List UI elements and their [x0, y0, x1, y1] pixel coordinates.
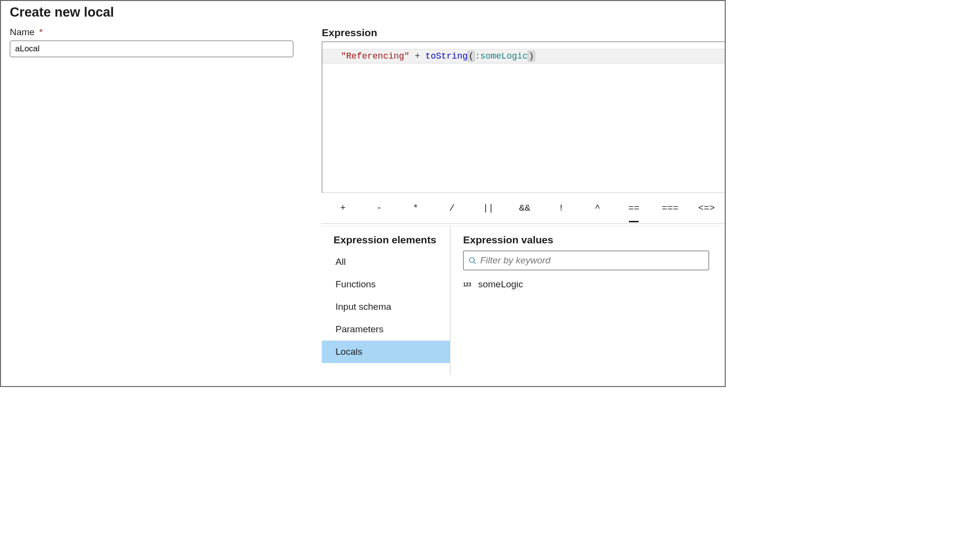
svg-point-0 [469, 258, 474, 262]
svg-line-1 [474, 262, 476, 264]
expression-code-line[interactable]: "Referencing" + toString(:someLogic) [322, 49, 725, 64]
operator-or[interactable]: || [470, 203, 506, 214]
operator-not[interactable]: ! [543, 203, 579, 214]
operator-divide[interactable]: / [434, 203, 470, 214]
value-item-label: someLogic [478, 279, 523, 290]
operator-strict-eq[interactable]: === [652, 203, 688, 214]
expression-elements-title: Expression elements [322, 226, 450, 251]
operator-multiply[interactable]: * [398, 203, 434, 214]
expression-label: Expression [322, 27, 725, 42]
operator-plus[interactable]: + [325, 203, 361, 214]
name-label: Name * [10, 27, 312, 41]
operator-eq[interactable]: == [616, 203, 652, 214]
elements-item-locals[interactable]: Locals [322, 341, 450, 363]
token-string: "Referencing" [341, 51, 409, 61]
type-badge-number-icon: 123 [463, 282, 471, 287]
token-rparen: ) [528, 51, 535, 62]
required-indicator: * [37, 27, 43, 37]
token-plus: + [409, 51, 425, 61]
elements-item-all[interactable]: All [322, 251, 450, 273]
operator-xor[interactable]: ^ [579, 203, 616, 214]
expression-values-title: Expression values [450, 226, 709, 251]
elements-item-functions[interactable]: Functions [322, 273, 450, 296]
expression-editor[interactable]: "Referencing" + toString(:someLogic) [322, 42, 725, 193]
expression-values-panel: Expression values 123 someLogic [450, 226, 725, 374]
page-title: Create new local [1, 1, 725, 27]
operator-divider [322, 223, 725, 224]
operator-minus[interactable]: - [361, 203, 397, 214]
operator-and[interactable]: && [507, 203, 543, 214]
expression-elements-panel: Expression elements All Functions Input … [322, 226, 450, 374]
token-colon: : [475, 51, 480, 61]
name-label-text: Name [10, 27, 35, 37]
name-input[interactable] [10, 41, 293, 57]
search-icon [468, 257, 476, 264]
dialog-frame: Create new local Name * Expression "Refe… [0, 0, 726, 387]
right-column: Expression "Referencing" + toString(:som… [312, 27, 725, 374]
elements-item-input-schema[interactable]: Input schema [322, 296, 450, 318]
value-item[interactable]: 123 someLogic [450, 279, 709, 290]
token-lparen: ( [468, 51, 475, 62]
filter-input[interactable] [480, 255, 704, 266]
token-identifier: someLogic [480, 51, 528, 61]
left-column: Name * [1, 27, 312, 374]
filter-wrap[interactable] [463, 251, 709, 270]
operator-toolbar: + - * / || && ! ^ == === <=> [322, 193, 725, 223]
token-function: toString [425, 51, 468, 61]
elements-item-parameters[interactable]: Parameters [322, 318, 450, 341]
operator-compare[interactable]: <=> [689, 203, 725, 214]
